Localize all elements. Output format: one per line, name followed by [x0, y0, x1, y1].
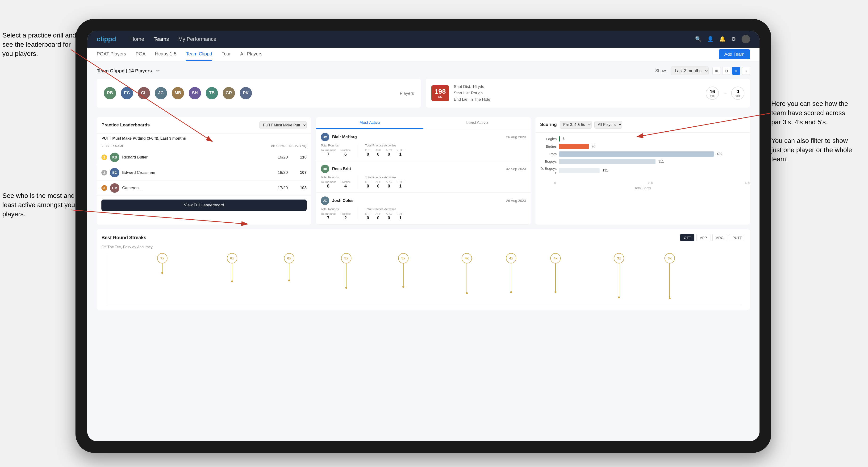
streak-tab-ott[interactable]: OTT	[680, 234, 694, 241]
add-team-button[interactable]: Add Team	[719, 49, 750, 59]
subnav-pgat[interactable]: PGAT Players	[97, 48, 126, 61]
streak-bubble: 3x	[614, 253, 624, 263]
nav-link-home[interactable]: Home	[130, 36, 144, 42]
streak-dot	[618, 297, 620, 299]
search-icon[interactable]: 🔍	[695, 36, 702, 42]
chart-bar-container: 131	[559, 168, 745, 173]
chart-bar-value: 3	[563, 137, 565, 141]
chart-bar-container: 96	[559, 144, 745, 149]
chart-bar-label: Eagles	[540, 137, 557, 141]
show-label: Show:	[655, 68, 667, 73]
scoring-title: Scoring	[540, 122, 557, 127]
streak-line	[511, 263, 512, 291]
streak-dot	[161, 272, 163, 274]
scoring-panel: Scoring Par 3, 4 & 5s All Players Eagles…	[535, 117, 750, 224]
chart-bar-container: 3	[559, 136, 745, 142]
navbar: clippd Home Teams My Performance 🔍 👤 🔔 ⚙	[87, 31, 760, 48]
leaderboard-header: Practice Leaderboards PUTT Must Make Put…	[97, 117, 311, 133]
subnav-pga[interactable]: PGA	[135, 48, 146, 61]
streak-point: 4x	[506, 253, 516, 293]
bell-icon[interactable]: 🔔	[719, 36, 725, 42]
subnav-hcaps[interactable]: Hcaps 1-5	[155, 48, 177, 61]
view-grid-2-button[interactable]: ⊞	[712, 67, 720, 75]
nav-link-performance[interactable]: My Performance	[178, 36, 216, 42]
player-avatar-5[interactable]: MB	[172, 87, 184, 99]
activity-header-1: BM Blair McHarg 26 Aug 2023	[321, 133, 526, 141]
player-avatar-9[interactable]: PK	[240, 87, 252, 99]
user-avatar[interactable]	[742, 35, 750, 43]
activity-row-1: BM Blair McHarg 26 Aug 2023 Total Rounds…	[316, 129, 531, 161]
leaderboard-subtitle: PUTT Must Make Putting (3-6 ft), Last 3 …	[97, 133, 311, 143]
streak-point: 6x	[284, 253, 294, 281]
player-avatar-2[interactable]: EC	[121, 87, 133, 99]
drill-select[interactable]: PUTT Must Make Putting...	[259, 121, 307, 129]
subnav-all-players[interactable]: All Players	[240, 48, 262, 61]
streak-line	[162, 263, 162, 272]
pa-tournament-1: Tournament 7	[321, 149, 336, 157]
streak-tab-arg[interactable]: ARG	[712, 234, 727, 241]
pa-practice-group-2: Total Practice Activities OTT 0 APP 0	[365, 176, 404, 189]
pa-player-2: RB Rees Britt	[321, 165, 351, 173]
tablet-screen: clippd Home Teams My Performance 🔍 👤 🔔 ⚙…	[87, 31, 760, 441]
player-avatar-3[interactable]: CL	[138, 87, 150, 99]
view-grid-3-button[interactable]: ⊟	[722, 67, 730, 75]
streak-point: 7x	[157, 253, 167, 274]
pa-player-3: JC Josh Coles	[321, 196, 353, 205]
pa-stats-2: Total Rounds Tournament 8 Practice 4	[321, 176, 526, 189]
pa-putt-3: PUTT 1	[397, 212, 404, 220]
pa-avatar-1: BM	[321, 133, 329, 141]
subnav-tour[interactable]: Tour	[221, 48, 231, 61]
chart-bar-label: D. Bogeys +	[540, 166, 557, 175]
streak-dot	[345, 287, 347, 289]
chart-bar-value: 131	[602, 168, 608, 172]
player-avatar-6[interactable]: SH	[189, 87, 201, 99]
par-filter-select[interactable]: Par 3, 4 & 5s	[560, 121, 592, 129]
lb-avatar-2: EC	[110, 168, 119, 177]
view-settings-button[interactable]: ↕	[742, 67, 750, 75]
annotation-bottom-left: See who is the most and least active amo…	[2, 191, 78, 219]
streak-tab-putt[interactable]: PUTT	[729, 234, 745, 241]
show-period-select[interactable]: Last 3 months	[671, 66, 709, 75]
settings-icon[interactable]: ⚙	[731, 36, 736, 42]
streak-dot	[555, 291, 556, 293]
streaks-chart: 7x6x6x5x5x4x4x4x3x3x	[106, 253, 741, 305]
people-icon[interactable]: 👤	[707, 36, 714, 42]
player-avatar-4[interactable]: JC	[155, 87, 167, 99]
streaks-tabs: OTT APP ARG PUTT	[680, 234, 745, 241]
player-avatar-8[interactable]: GR	[223, 87, 235, 99]
chart-bar-value: 499	[717, 152, 722, 156]
tab-least-active[interactable]: Least Active	[423, 117, 531, 129]
streak-line	[555, 263, 556, 291]
pa-rounds-group-2: Total Rounds Tournament 8 Practice 4	[321, 176, 351, 189]
pa-practice-2: Practice 4	[340, 181, 350, 189]
lb-name-3: Cameron...	[122, 186, 269, 190]
streak-point: 3x	[664, 253, 675, 299]
subnav-team-clippd[interactable]: Team Clippd	[186, 48, 212, 61]
tablet-frame: clippd Home Teams My Performance 🔍 👤 🔔 ⚙…	[75, 19, 771, 453]
view-full-leaderboard-button[interactable]: View Full Leaderboard	[101, 199, 307, 211]
streak-dot	[466, 292, 468, 294]
activity-header-2: RB Rees Britt 02 Sep 2023	[321, 165, 526, 173]
three-col-section: Practice Leaderboards PUTT Must Make Put…	[97, 117, 750, 224]
streak-point: 6x	[227, 253, 237, 282]
nav-link-teams[interactable]: Teams	[154, 36, 169, 42]
chart-bar	[559, 144, 589, 149]
pa-practice-values-1: OTT 0 APP 0 ARG 0	[365, 149, 404, 157]
player-filter-select[interactable]: All Players	[594, 121, 622, 129]
player-avatar-1[interactable]: RB	[104, 87, 116, 99]
chart-bar-label: Bogeys	[540, 159, 557, 163]
lb-row-3[interactable]: 3 CM Cameron... 17/20 103	[97, 181, 311, 196]
pa-app-1: APP 0	[375, 149, 381, 157]
player-avatar-7[interactable]: TB	[206, 87, 218, 99]
streak-bubble: 3x	[664, 253, 675, 263]
edit-icon[interactable]: ✏	[156, 68, 160, 73]
tab-most-active[interactable]: Most Active	[316, 117, 423, 129]
streak-tab-app[interactable]: APP	[696, 234, 710, 241]
lb-avatar-3: CM	[110, 183, 119, 193]
pa-ott-1: OTT 0	[365, 149, 371, 157]
view-list-button[interactable]: ≡	[732, 67, 740, 75]
lb-row-2[interactable]: 2 EC Edward Crossman 18/20 107	[97, 165, 311, 181]
chart-bar-row: Pars499	[540, 151, 745, 157]
streak-line	[467, 263, 467, 292]
lb-row-1[interactable]: 1 RB Richard Butler 19/20 110	[97, 150, 311, 165]
